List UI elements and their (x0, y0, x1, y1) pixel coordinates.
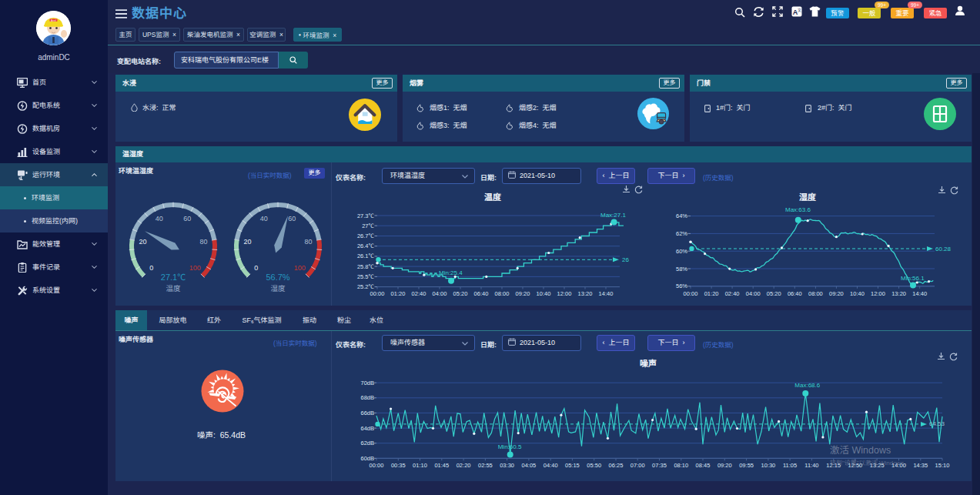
svg-text:01:10: 01:10 (413, 462, 427, 469)
svg-text:Max:68.6: Max:68.6 (794, 382, 820, 389)
svg-text:14:40: 14:40 (912, 290, 927, 297)
svg-text:68dB: 68dB (360, 394, 374, 401)
svg-text:09:20: 09:20 (516, 290, 530, 297)
svg-text:60.28: 60.28 (935, 246, 952, 253)
svg-text:27.3℃: 27.3℃ (357, 212, 375, 219)
svg-text:01:20: 01:20 (704, 290, 719, 297)
svg-text:05:20: 05:20 (767, 290, 781, 297)
svg-text:56.7%: 56.7% (266, 273, 289, 282)
svg-text:噪声: 噪声 (640, 359, 657, 368)
svg-text:62%: 62% (676, 230, 687, 237)
svg-text:08:10: 08:10 (674, 462, 688, 469)
svg-text:06:40: 06:40 (474, 290, 489, 297)
svg-text:02:20: 02:20 (457, 462, 471, 469)
svg-text:Max:27.1: Max:27.1 (600, 212, 626, 219)
svg-text:10:40: 10:40 (850, 290, 865, 297)
svg-text:08:00: 08:00 (495, 290, 510, 297)
svg-text:56%: 56% (676, 283, 687, 289)
svg-text:04:40: 04:40 (544, 462, 558, 469)
svg-text:100: 100 (189, 264, 201, 272)
svg-text:09:20: 09:20 (829, 290, 844, 297)
svg-text:04:05: 04:05 (522, 462, 537, 469)
svg-text:文: 文 (798, 8, 802, 12)
svg-text:100: 100 (294, 264, 306, 272)
svg-text:02:40: 02:40 (412, 290, 426, 297)
svg-text:20: 20 (139, 238, 146, 246)
svg-text:激活 Windows: 激活 Windows (830, 445, 891, 456)
svg-text:00:00: 00:00 (370, 290, 385, 297)
svg-text:09:55: 09:55 (739, 462, 754, 469)
svg-text:05:50: 05:50 (587, 462, 601, 469)
svg-text:27℃: 27℃ (362, 222, 374, 229)
svg-text:12:00: 12:00 (871, 290, 885, 297)
svg-text:07:00: 07:00 (630, 462, 645, 469)
svg-text:湿度: 湿度 (799, 192, 817, 202)
svg-text:20: 20 (243, 238, 251, 246)
svg-text:02:40: 02:40 (725, 290, 740, 297)
svg-text:Acrel: Acrel (51, 19, 56, 22)
svg-text:60%: 60% (676, 248, 687, 255)
svg-text:温度: 温度 (166, 284, 181, 293)
svg-text:40: 40 (260, 215, 268, 222)
svg-text:11:05: 11:05 (783, 462, 797, 469)
svg-text:13:20: 13:20 (578, 290, 593, 297)
svg-text:00:35: 00:35 (391, 462, 406, 469)
svg-text:04:00: 04:00 (433, 290, 447, 297)
svg-text:0: 0 (254, 264, 258, 272)
svg-text:80: 80 (304, 238, 312, 246)
svg-text:66dB: 66dB (360, 410, 374, 416)
svg-text:26.1℃: 26.1℃ (357, 253, 375, 259)
svg-text:26.7℃: 26.7℃ (357, 232, 375, 239)
svg-text:10:30: 10:30 (761, 462, 776, 469)
svg-text:Min:25.4: Min:25.4 (439, 269, 463, 276)
svg-text:07:35: 07:35 (652, 462, 667, 469)
svg-text:00:00: 00:00 (370, 462, 384, 469)
svg-text:60: 60 (183, 215, 191, 222)
svg-text:13:20: 13:20 (891, 290, 906, 297)
svg-text:Min:56.1: Min:56.1 (901, 275, 925, 282)
svg-text:05:15: 05:15 (565, 462, 580, 469)
svg-text:0: 0 (149, 264, 153, 272)
svg-text:12:00: 12:00 (557, 290, 572, 297)
svg-text:06:40: 06:40 (788, 290, 802, 297)
svg-text:湿度: 湿度 (270, 284, 286, 293)
svg-text:Max:63.6: Max:63.6 (785, 206, 811, 213)
svg-text:01:45: 01:45 (434, 462, 449, 469)
svg-text:10:40: 10:40 (537, 290, 551, 297)
svg-text:11:40: 11:40 (804, 462, 818, 469)
svg-text:08:00: 08:00 (808, 290, 823, 297)
svg-text:26: 26 (622, 256, 629, 263)
svg-text:温度: 温度 (484, 192, 502, 202)
svg-text:70dB: 70dB (360, 380, 374, 386)
svg-text:08:45: 08:45 (696, 462, 711, 469)
svg-text:06:25: 06:25 (609, 462, 624, 469)
svg-text:14:40: 14:40 (599, 290, 614, 297)
svg-text:04:00: 04:00 (746, 290, 761, 297)
svg-text:01:20: 01:20 (391, 290, 406, 297)
svg-text:14:35: 14:35 (913, 462, 928, 469)
svg-text:转到"设置"以激活 Windows。: 转到"设置"以激活 Windows。 (830, 460, 910, 467)
svg-text:80: 80 (199, 238, 207, 246)
svg-text:02:55: 02:55 (478, 462, 493, 469)
svg-text:64dB: 64dB (360, 425, 374, 432)
svg-text:27.1℃: 27.1℃ (161, 273, 186, 282)
svg-text:62dB: 62dB (360, 440, 374, 447)
svg-text:40: 40 (156, 215, 163, 222)
svg-text:60dB: 60dB (360, 455, 374, 462)
svg-text:09:20: 09:20 (717, 462, 732, 469)
svg-text:25.8℃: 25.8℃ (357, 263, 375, 270)
svg-text:64%: 64% (676, 212, 687, 219)
svg-text:25.5℃: 25.5℃ (357, 273, 375, 280)
svg-text:26.4℃: 26.4℃ (357, 242, 375, 249)
svg-text:Min:60.5: Min:60.5 (498, 443, 522, 450)
svg-text:15:10: 15:10 (935, 462, 950, 469)
svg-text:03:30: 03:30 (500, 462, 514, 469)
svg-text:05:20: 05:20 (453, 290, 468, 297)
svg-text:58%: 58% (676, 266, 687, 273)
svg-text:60: 60 (288, 215, 296, 222)
svg-text:00:00: 00:00 (684, 290, 698, 297)
